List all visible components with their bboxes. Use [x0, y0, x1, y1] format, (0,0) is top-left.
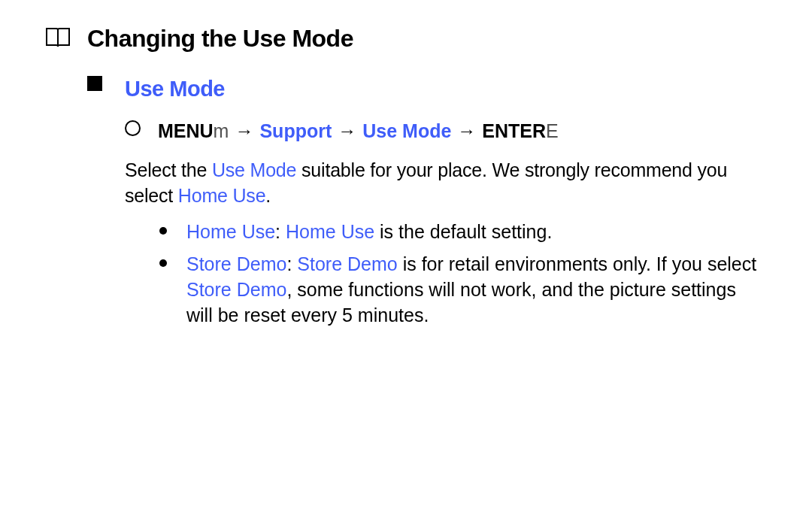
path-support: Support — [259, 119, 332, 144]
list-text: : — [286, 253, 297, 274]
enter-suffix: E — [546, 120, 559, 141]
keyword-storedemo: Store Demo — [297, 253, 397, 274]
title-row: Changing the Use Mode — [45, 23, 767, 55]
path-usemode: Use Mode — [362, 119, 451, 144]
body-paragraph: Select the Use Mode suitable for your pl… — [45, 158, 767, 209]
arrow-icon: → — [235, 119, 253, 144]
keyword-storedemo: Store Demo — [186, 253, 286, 274]
section-heading: Use Mode — [125, 74, 225, 104]
bullet-dot-icon — [159, 259, 167, 267]
bullet-list: Home Use: Home Use is the default settin… — [45, 220, 767, 329]
list-text: : — [275, 221, 286, 242]
page-title: Changing the Use Mode — [87, 23, 353, 55]
arrow-icon: → — [457, 119, 476, 144]
list-item: Home Use: Home Use is the default settin… — [159, 220, 767, 245]
keyword-homeuse: Home Use — [186, 221, 275, 242]
body-text: . — [265, 185, 271, 206]
keyword-usemode: Use Mode — [212, 159, 296, 180]
menu-suffix: m — [214, 120, 229, 141]
list-text: is the default setting. — [374, 221, 552, 242]
list-item: Store Demo: Store Demo is for retail env… — [159, 252, 767, 328]
nav-path: MENUm → Support → Use Mode → ENTERE — [158, 119, 559, 144]
circle-bullet-icon — [125, 119, 158, 136]
square-bullet-icon — [87, 74, 125, 91]
keyword-homeuse: Home Use — [178, 185, 266, 206]
subtitle-row: Use Mode — [45, 74, 767, 104]
list-text: is for retail environments only. If you … — [398, 253, 757, 274]
bullet-dot-icon — [159, 227, 167, 235]
open-book-icon — [45, 23, 87, 48]
keyword-storedemo: Store Demo — [186, 279, 286, 300]
menu-label: MENU — [158, 120, 214, 141]
body-text: Select the — [125, 159, 212, 180]
arrow-icon: → — [338, 119, 356, 144]
nav-path-row: MENUm → Support → Use Mode → ENTERE — [45, 119, 767, 144]
keyword-homeuse: Home Use — [286, 221, 374, 242]
enter-label: ENTER — [482, 120, 546, 141]
